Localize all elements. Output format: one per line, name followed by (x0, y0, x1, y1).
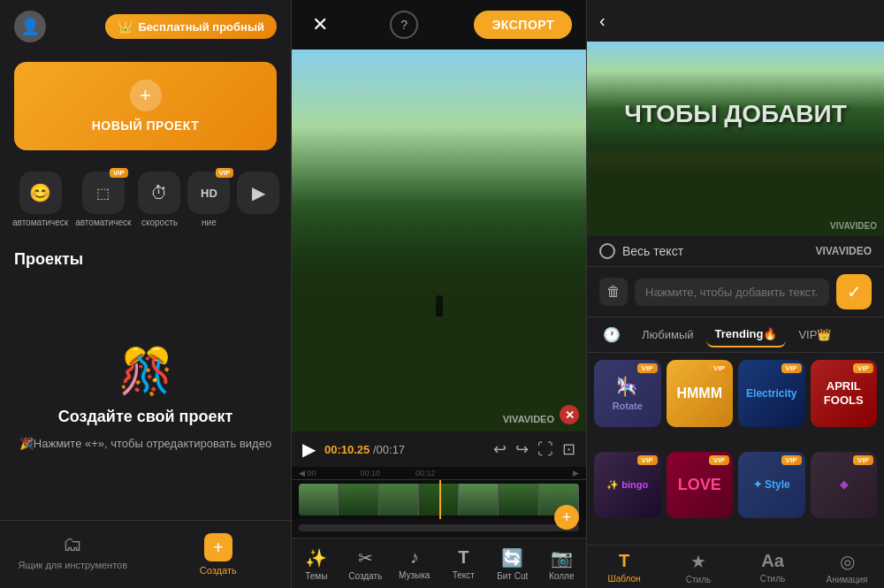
text-input-row: 🗑 ✓ (587, 267, 884, 317)
projects-title: Проекты (0, 240, 291, 276)
toolbox-icon: 🗂 (63, 533, 82, 556)
tool-hd-label: ние (202, 218, 217, 227)
template-neon1[interactable]: ✨ bingo VIP (594, 452, 661, 519)
toolbar-text[interactable]: T Текст (439, 544, 489, 584)
overlay-text: ЧТОБЫ ДОБАВИТ (587, 100, 884, 128)
undo-button[interactable]: ↩ (493, 439, 507, 459)
tab-favorites[interactable]: 🕐 (594, 321, 629, 348)
templates-grid: 🎠 Rotate VIP HMMM VIP Electricity VIP AP… (587, 353, 884, 545)
right-panel: ‹ ЧТОБЫ ДОБАВИТ VIVAVIDEO Весь текст VIV… (587, 0, 884, 588)
toolbar-themes[interactable]: ✨ Темы (292, 544, 341, 584)
text-all-row: Весь текст VIVAVIDEO (587, 236, 884, 267)
close-button[interactable]: ✕ (306, 11, 334, 39)
toolbar-beat-cut[interactable]: 🔄 Бит Cut (488, 544, 537, 584)
template-hmmm[interactable]: HMMM VIP (667, 360, 734, 427)
help-button[interactable]: ? (390, 11, 418, 39)
template-love[interactable]: LOVE VIP (667, 452, 734, 519)
tab-template[interactable]: T Шаблон (587, 551, 661, 584)
tab-trending[interactable]: Trending🔥 (706, 322, 787, 347)
animation-tab-label: Анимация (827, 575, 868, 584)
collage-label: Колле (549, 571, 574, 581)
template-rotate[interactable]: 🎠 Rotate VIP (594, 360, 661, 427)
delete-text-button[interactable]: 🗑 (599, 278, 628, 306)
themes-label: Темы (305, 571, 327, 581)
music-icon: ♪ (410, 547, 419, 568)
beat-cut-label: Бит Cut (497, 571, 528, 581)
thumb-6 (499, 484, 538, 515)
create-label-2: Создать (348, 571, 382, 581)
add-track-button[interactable]: + (554, 505, 579, 530)
extra-vip-badge: VIP (853, 455, 873, 465)
crown-icon: 👑 (118, 19, 133, 34)
controls-bar: ▶ 00:10.25 /00:17 ↩ ↪ ⛶ ⊡ (292, 431, 586, 467)
timeline-cursor (439, 480, 441, 519)
tab-font[interactable]: Aa Стиль (735, 551, 810, 584)
text-input[interactable] (635, 279, 829, 306)
left-bottom-tabs: 🗂 Ящик для инструментов + Создать (0, 520, 291, 588)
trial-badge[interactable]: 👑 Бесплатный пробный (105, 14, 277, 39)
thumb-2 (339, 484, 378, 515)
text-icon: T (458, 547, 469, 568)
play-button[interactable]: ▶ (302, 439, 316, 460)
party-icon: 🎊 (118, 346, 173, 397)
tab-favorite-label[interactable]: Любимый (633, 323, 703, 347)
bottom-toolbar: ✨ Темы ✂ Создать ♪ Музыка T Текст 🔄 Бит … (292, 538, 586, 588)
right-header: ‹ (587, 0, 884, 42)
tab-animation[interactable]: ◎ Анимация (810, 551, 884, 584)
tool-speed[interactable]: ⏱ скорость (134, 166, 184, 233)
viva-watermark-label: VIVAVIDEO (815, 245, 872, 257)
text-label: Текст (453, 570, 475, 580)
export-button[interactable]: ЭКСПОРТ (474, 11, 572, 39)
timeline-area: ◀ 00 00:10 00:12 ▶ + (292, 467, 586, 538)
create-project-hint: 🎉Нажмите «+», чтобы отредактировать виде… (19, 437, 271, 450)
fullscreen-button[interactable]: ⛶ (537, 440, 553, 459)
template-april-fools[interactable]: APRIL FOOLS VIP (811, 360, 878, 427)
electricity-vip-badge: VIP (781, 363, 802, 373)
right-video-bg (587, 42, 884, 236)
vip-tab-label: VIP👑 (798, 328, 831, 341)
rotate-vip-badge: VIP (637, 363, 658, 373)
tab-style[interactable]: ★ Стиль (661, 551, 735, 584)
template-blue[interactable]: ✦ Style VIP (738, 452, 805, 519)
new-project-button[interactable]: + НОВЫЙ ПРОЕКТ (14, 62, 277, 150)
tools-row: 😊 автоматическ ⬚ VIP автоматическ ⏱ скор… (0, 159, 291, 240)
empty-projects: 🎊 Создайте свой проект 🎉Нажмите «+», что… (0, 276, 291, 520)
thumb-5 (459, 484, 499, 515)
rotate-label: Rotate (613, 401, 643, 411)
tool-auto-emotion[interactable]: 😊 автоматическ (9, 166, 72, 233)
thumb-1 (299, 484, 339, 515)
confirm-button[interactable]: ✓ (836, 274, 872, 309)
blue-vip-badge: VIP (781, 455, 802, 465)
toolbar-create[interactable]: ✂ Создать (341, 544, 391, 584)
radio-button[interactable] (599, 243, 615, 259)
toolbox-tab[interactable]: 🗂 Ящик для инструментов (0, 528, 146, 581)
create-label: Создать (200, 565, 237, 576)
mid-header: ✕ ? ЭКСПОРТ (292, 0, 586, 50)
back-button[interactable]: ‹ (599, 11, 606, 31)
avatar[interactable]: 👤 (14, 11, 46, 42)
tab-vip[interactable]: VIP👑 (789, 323, 840, 347)
tool-hd[interactable]: HD VIP ние (184, 166, 233, 233)
more-icon: ▶ (237, 172, 279, 214)
remove-watermark-btn[interactable]: ✕ (560, 405, 579, 424)
toolbar-collage[interactable]: 📷 Колле (537, 544, 587, 584)
tool-more[interactable]: ▶ (233, 166, 283, 233)
watermark-text: VIVAVIDEO (503, 414, 554, 424)
create-tab[interactable]: + Создать (146, 528, 292, 581)
plus-icon: + (130, 80, 162, 111)
toolbar-music[interactable]: ♪ Музыка (390, 544, 439, 584)
audio-waveform (299, 524, 579, 531)
april-vip-badge: VIP (853, 363, 873, 373)
template-extra[interactable]: ◈ VIP (811, 452, 878, 519)
redo-button[interactable]: ↪ (515, 439, 529, 459)
more-options-button[interactable]: ⊡ (562, 439, 575, 459)
time-display: 00:10.25 /00:17 (324, 443, 484, 456)
favorites-label: Любимый (642, 328, 694, 341)
tool-auto-crop[interactable]: ⬚ VIP автоматическ (72, 166, 134, 233)
tick-10: 00:10 (361, 469, 381, 477)
tick-0: ◀ 00 (299, 469, 316, 477)
middle-panel: ✕ ? ЭКСПОРТ ✕ VIVAVIDEO ▶ 00:10.25 /00:1… (292, 0, 587, 588)
vip-badge-2: VIP (216, 168, 234, 178)
template-electricity[interactable]: Electricity VIP (738, 360, 805, 427)
neon1-vip-badge: VIP (637, 455, 658, 465)
